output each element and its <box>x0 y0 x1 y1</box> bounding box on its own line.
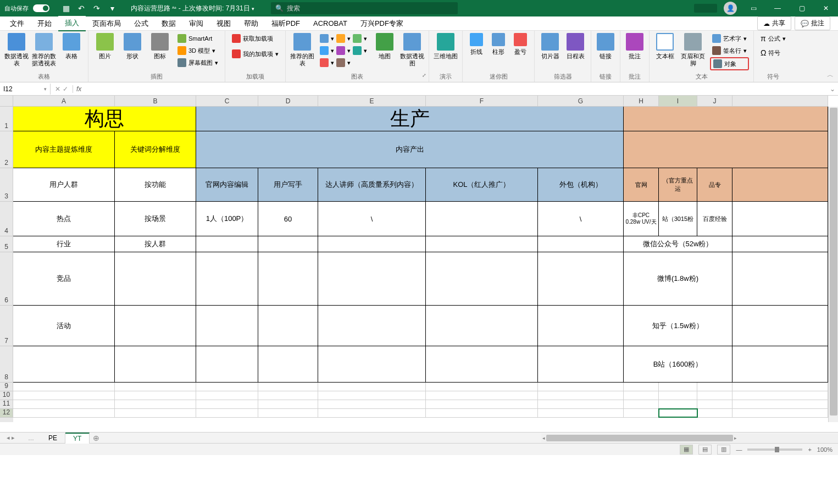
cell-j11[interactable] <box>697 400 732 408</box>
cell-b3[interactable]: 按功能 <box>115 168 196 201</box>
sheet-nav-icon[interactable]: ◂ ▸ <box>0 434 21 441</box>
col-header-g[interactable]: G <box>538 96 624 107</box>
tab-data[interactable]: 数据 <box>155 16 182 31</box>
cell-d7[interactable] <box>258 306 318 346</box>
my-addins-button[interactable]: 我的加载项 ▾ <box>230 48 281 59</box>
cell-g9[interactable] <box>538 383 624 391</box>
cell-k6[interactable] <box>732 252 828 305</box>
autosave-switch[interactable] <box>33 4 49 12</box>
pictures-button[interactable]: 图片 <box>93 33 117 60</box>
cancel-formula-icon[interactable]: ✕ <box>55 85 60 93</box>
chart-column-button[interactable]: ▾ ▾ ▾ <box>318 33 369 44</box>
cell-g12[interactable] <box>538 409 624 417</box>
cell-g11[interactable] <box>538 400 624 408</box>
recommended-charts-button[interactable]: 推荐的图表 <box>290 33 314 67</box>
cell-e11[interactable] <box>318 400 426 408</box>
minimize-icon[interactable]: — <box>765 0 790 16</box>
maximize-icon[interactable]: ▢ <box>790 0 814 16</box>
ribbon-display-icon[interactable]: ▭ <box>741 0 765 16</box>
row-header-4[interactable]: 4 <box>0 202 13 236</box>
cell-b9[interactable] <box>115 383 196 391</box>
cell-k12[interactable] <box>732 409 828 417</box>
row-header-12[interactable]: 12 <box>0 409 13 418</box>
cell-a6[interactable]: 竞品 <box>13 252 115 305</box>
comment-button[interactable]: 批注 <box>625 33 645 60</box>
formula-input[interactable] <box>85 85 827 93</box>
cell-d10[interactable] <box>258 391 318 400</box>
cell-f7[interactable] <box>426 306 538 346</box>
view-pagebreak-icon[interactable]: ▥ <box>717 445 730 455</box>
cell-c4[interactable]: 1人（100P） <box>196 202 258 236</box>
pivot-table-button[interactable]: 数据透视表 <box>4 33 29 67</box>
redo-icon[interactable]: ↷ <box>89 1 104 16</box>
cell-d9[interactable] <box>258 383 318 391</box>
tab-home[interactable]: 开始 <box>31 16 58 31</box>
user-avatar-icon[interactable]: 👤 <box>724 2 737 15</box>
sheet-tab-pe[interactable]: PE <box>41 433 65 443</box>
table-button[interactable]: 表格 <box>59 33 84 60</box>
cell-b4[interactable]: 按场景 <box>115 202 196 236</box>
tab-help[interactable]: 帮助 <box>237 16 265 31</box>
col-header-b[interactable]: B <box>115 96 196 107</box>
cell-k4[interactable] <box>732 202 828 236</box>
cell-f8[interactable] <box>426 346 538 382</box>
cell-h9[interactable] <box>624 383 659 391</box>
vertical-scrollbar[interactable] <box>828 107 838 422</box>
share-button[interactable]: ☁ 共享 <box>757 16 791 30</box>
cell-d3[interactable]: 用户写手 <box>258 168 318 201</box>
comments-button[interactable]: 💬 批注 <box>795 16 830 30</box>
tab-formulas[interactable]: 公式 <box>127 16 155 31</box>
select-all-cell[interactable] <box>0 96 13 107</box>
enter-formula-icon[interactable]: ✓ <box>63 85 68 93</box>
screenshot-button[interactable]: 屏幕截图 ▾ <box>175 57 220 68</box>
cell-a3[interactable]: 用户人群 <box>13 168 115 201</box>
cell-e10[interactable] <box>318 391 426 400</box>
vscroll-thumb[interactable] <box>830 108 837 416</box>
cell-i10[interactable] <box>659 391 697 400</box>
icons-button[interactable]: 图标 <box>148 33 172 60</box>
cell-d11[interactable] <box>258 400 318 408</box>
sheet-nav-more-icon[interactable]: … <box>21 435 41 441</box>
search-input[interactable] <box>287 4 453 12</box>
add-sheet-button[interactable]: ⊕ <box>90 434 103 442</box>
fx-icon[interactable]: fx <box>73 85 85 93</box>
name-box[interactable]: I12 <box>0 84 51 95</box>
cell-d12[interactable] <box>258 409 318 417</box>
sparkline-line-button[interactable]: 折线 <box>467 33 486 56</box>
cell-a1[interactable]: 构思 <box>13 107 196 131</box>
tab-file[interactable]: 文件 <box>3 16 31 31</box>
cell-e3[interactable]: 达人讲师（高质量系列内容） <box>318 168 426 201</box>
row-header-5[interactable]: 5 <box>0 236 13 252</box>
smartart-button[interactable]: SmartArt <box>175 33 220 44</box>
cell-k9[interactable] <box>732 383 828 391</box>
cell-e12[interactable] <box>318 409 426 417</box>
tab-review[interactable]: 审阅 <box>182 16 210 31</box>
cell-f5[interactable] <box>426 236 538 252</box>
cell-i9[interactable] <box>659 383 697 391</box>
row-header-3[interactable]: 3 <box>0 168 13 202</box>
cell-g7[interactable] <box>538 306 624 346</box>
cell-b8[interactable] <box>115 346 196 382</box>
cell-a5[interactable]: 行业 <box>13 236 115 252</box>
row-header-7[interactable]: 7 <box>0 306 13 346</box>
cell-f9[interactable] <box>426 383 538 391</box>
close-icon[interactable]: ✕ <box>814 0 838 16</box>
cell-c3[interactable]: 官网内容编辑 <box>196 168 258 201</box>
get-addins-button[interactable]: 获取加载项 <box>230 33 281 44</box>
cell-c1[interactable]: 生产 <box>196 107 624 131</box>
qat-save-icon[interactable]: ▦ <box>58 1 74 16</box>
cell-j4[interactable]: 百度经验 <box>697 202 732 236</box>
cell-d5[interactable] <box>258 236 318 252</box>
cell-c6[interactable] <box>196 252 258 305</box>
spreadsheet-grid[interactable]: A B C D E F G H I J 1 2 3 4 5 6 7 8 9 10… <box>0 96 838 432</box>
cell-c7[interactable] <box>196 306 258 346</box>
col-header-h[interactable]: H <box>624 96 659 107</box>
cell-j10[interactable] <box>697 391 732 400</box>
row-header-1[interactable]: 1 <box>0 107 13 131</box>
equation-button[interactable]: π 公式 ▾ <box>758 33 788 44</box>
cell-h4[interactable]: 非CPC 0.28w UV/天 <box>624 202 659 236</box>
cell-j3[interactable]: 品专 <box>697 168 732 201</box>
cell-b11[interactable] <box>115 400 196 408</box>
ribbon-label-charts[interactable]: 图表 <box>286 73 429 81</box>
cell-h1[interactable] <box>624 107 828 131</box>
